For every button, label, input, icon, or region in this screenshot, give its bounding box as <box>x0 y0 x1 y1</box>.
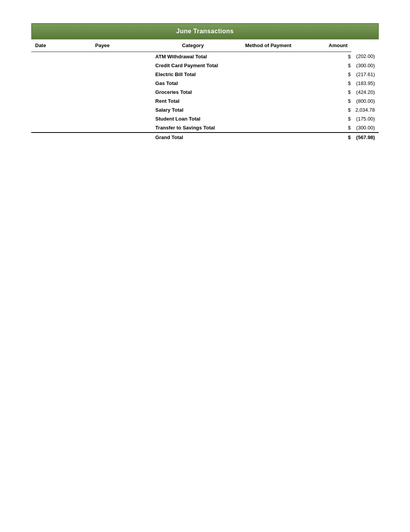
transactions-table: Date Payee Category Method of Payment Am… <box>31 39 379 142</box>
cell-category: Gas Total <box>151 79 234 88</box>
cell-currency-symbol: $ <box>302 70 352 79</box>
cell-currency-symbol: $ <box>302 88 352 97</box>
cell-date <box>31 79 91 88</box>
cell-currency-symbol: $ <box>302 114 352 123</box>
cell-method <box>234 123 302 133</box>
cell-category: Student Loan Total <box>151 114 234 123</box>
cell-date <box>31 70 91 79</box>
grand-total-date <box>31 133 91 142</box>
grand-total-method <box>234 133 302 142</box>
col-header-date: Date <box>31 39 91 52</box>
cell-date <box>31 61 91 70</box>
cell-currency-symbol: $ <box>302 79 352 88</box>
cell-amount: (800.00) <box>351 97 379 105</box>
table-row: Rent Total$(800.00) <box>31 97 379 105</box>
cell-method <box>234 70 302 79</box>
cell-currency-symbol: $ <box>302 61 352 70</box>
cell-payee <box>91 97 151 105</box>
table-row: Gas Total$(183.95) <box>31 79 379 88</box>
col-header-amount: Amount <box>302 39 352 52</box>
grand-total-row: Grand Total$(567.98) <box>31 133 379 142</box>
cell-amount: (300.00) <box>351 123 379 133</box>
cell-payee <box>91 114 151 123</box>
cell-currency-symbol: $ <box>302 123 352 133</box>
cell-payee <box>91 79 151 88</box>
cell-category: Transfer to Savings Total <box>151 123 234 133</box>
table-row: Electric Bill Total$(217.61) <box>31 70 379 79</box>
cell-method <box>234 52 302 61</box>
cell-method <box>234 97 302 105</box>
table-header-row: Date Payee Category Method of Payment Am… <box>31 39 379 52</box>
table-row: Groceries Total$(424.20) <box>31 88 379 97</box>
report-title: June Transactions <box>40 28 370 35</box>
cell-date <box>31 97 91 105</box>
cell-method <box>234 79 302 88</box>
cell-category: Salary Total <box>151 105 234 114</box>
cell-payee <box>91 123 151 133</box>
grand-total-amount: (567.98) <box>351 133 379 142</box>
cell-method <box>234 88 302 97</box>
cell-currency-symbol: $ <box>302 105 352 114</box>
cell-category: ATM Withdrawal Total <box>151 52 234 61</box>
report-container: June Transactions Date Payee Category Me… <box>31 23 379 142</box>
cell-date <box>31 114 91 123</box>
cell-category: Groceries Total <box>151 88 234 97</box>
cell-amount: (424.20) <box>351 88 379 97</box>
cell-category: Electric Bill Total <box>151 70 234 79</box>
cell-currency-symbol: $ <box>302 52 352 61</box>
cell-amount: (175.00) <box>351 114 379 123</box>
cell-date <box>31 105 91 114</box>
col-header-payee: Payee <box>91 39 151 52</box>
table-row: Credit Card Payment Total$(300.00) <box>31 61 379 70</box>
cell-currency-symbol: $ <box>302 97 352 105</box>
grand-total-currency-symbol: $ <box>302 133 352 142</box>
cell-date <box>31 88 91 97</box>
grand-total-payee <box>91 133 151 142</box>
table-row: Salary Total$2,034.78 <box>31 105 379 114</box>
cell-payee <box>91 105 151 114</box>
cell-payee <box>91 70 151 79</box>
col-header-category: Category <box>151 39 234 52</box>
cell-method <box>234 61 302 70</box>
cell-category: Credit Card Payment Total <box>151 61 234 70</box>
table-row: Transfer to Savings Total$(300.00) <box>31 123 379 133</box>
cell-payee <box>91 61 151 70</box>
grand-total-label: Grand Total <box>151 133 234 142</box>
cell-amount: 2,034.78 <box>351 105 379 114</box>
report-header: June Transactions <box>31 23 379 39</box>
cell-date <box>31 52 91 61</box>
cell-date <box>31 123 91 133</box>
cell-method <box>234 105 302 114</box>
cell-category: Rent Total <box>151 97 234 105</box>
table-row: Student Loan Total$(175.00) <box>31 114 379 123</box>
cell-amount: (183.95) <box>351 79 379 88</box>
cell-payee <box>91 52 151 61</box>
cell-amount: (202.00) <box>351 52 379 61</box>
cell-amount: (300.00) <box>351 61 379 70</box>
table-row: ATM Withdrawal Total$(202.00) <box>31 52 379 61</box>
cell-payee <box>91 88 151 97</box>
cell-method <box>234 114 302 123</box>
col-header-method: Method of Payment <box>234 39 302 52</box>
cell-amount: (217.61) <box>351 70 379 79</box>
